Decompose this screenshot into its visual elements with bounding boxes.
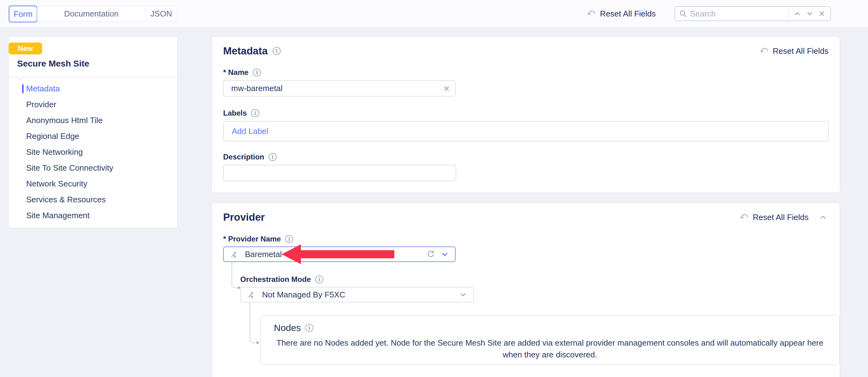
sidebar-item-provider[interactable]: Provider xyxy=(9,97,177,112)
tab-documentation[interactable]: Documentation xyxy=(37,6,145,22)
info-icon[interactable] xyxy=(269,153,277,161)
collapse-section-icon[interactable] xyxy=(818,212,829,222)
view-tabs: Form Documentation JSON xyxy=(9,6,177,22)
sidebar-item-site-management[interactable]: Site Management xyxy=(9,208,177,224)
sidebar-nav: Metadata Provider Anonymous Html Tile Re… xyxy=(9,81,177,224)
nodes-title-text: Nodes xyxy=(274,322,301,333)
info-icon[interactable] xyxy=(285,235,293,243)
orchestration-mode-select[interactable]: Not Managed By F5XC xyxy=(240,287,474,302)
tab-form[interactable]: Form xyxy=(9,6,37,22)
provider-name-select[interactable]: Baremetal xyxy=(223,246,456,262)
chevron-down-icon[interactable] xyxy=(441,250,449,258)
search-icon xyxy=(679,9,687,18)
sidebar-item-site-networking[interactable]: Site Networking xyxy=(9,144,177,160)
provider-title-text: Provider xyxy=(223,211,265,223)
metadata-section-title: Metadata xyxy=(223,45,281,57)
labels-field-label: Labels xyxy=(223,109,259,117)
top-toolbar: Form Documentation JSON Reset All Fields xyxy=(0,0,868,28)
info-icon[interactable] xyxy=(305,324,313,332)
metadata-reset-all-fields-button[interactable]: Reset All Fields xyxy=(760,46,829,56)
description-label-text: Description xyxy=(223,152,264,161)
sidebar-item-metadata[interactable]: Metadata xyxy=(9,81,177,97)
provider-name-label-text: * Provider Name xyxy=(223,235,281,243)
info-icon[interactable] xyxy=(253,68,261,76)
sidebar-item-regional-edge[interactable]: Regional Edge xyxy=(9,128,177,144)
nodes-empty-message: There are no Nodes added yet. Node for t… xyxy=(261,337,839,361)
form-sidebar: New Secure Mesh Site Metadata Provider A… xyxy=(9,37,177,228)
description-field-label: Description xyxy=(223,152,277,161)
sidebar-divider xyxy=(9,76,177,77)
provider-name-field-label: * Provider Name xyxy=(223,235,293,243)
new-badge: New xyxy=(9,42,42,55)
page-content: New Secure Mesh Site Metadata Provider A… xyxy=(0,28,868,377)
tab-json[interactable]: JSON xyxy=(145,6,177,22)
search-next-button[interactable] xyxy=(805,9,815,19)
branch-icon xyxy=(247,290,256,299)
reset-label: Reset All Fields xyxy=(753,213,809,222)
sidebar-title: Secure Mesh Site xyxy=(17,59,89,69)
sidebar-item-site-to-site-connectivity[interactable]: Site To Site Connectivity xyxy=(9,160,177,176)
info-icon[interactable] xyxy=(273,47,281,55)
reset-all-fields-button[interactable]: Reset All Fields xyxy=(587,9,656,19)
reset-all-fields-label: Reset All Fields xyxy=(600,9,656,19)
chevron-down-icon[interactable] xyxy=(459,290,467,299)
labels-label-text: Labels xyxy=(223,109,247,117)
add-label-button[interactable]: Add Label xyxy=(232,127,268,136)
nodes-box: Nodes There are no Nodes added yet. Node… xyxy=(260,315,840,365)
name-field-label: * Name xyxy=(223,68,261,77)
clear-name-icon[interactable] xyxy=(442,84,451,93)
orchestration-label-text: Orchestration Mode xyxy=(240,275,311,284)
sidebar-collapse-notch[interactable] xyxy=(17,73,24,80)
sidebar-item-network-security[interactable]: Network Security xyxy=(9,176,177,192)
search-box xyxy=(675,6,831,21)
name-input[interactable] xyxy=(223,80,456,97)
refresh-icon[interactable] xyxy=(426,249,436,259)
topbar-right: Reset All Fields xyxy=(587,6,831,21)
metadata-section: Metadata Reset All Fields * Name xyxy=(212,37,840,193)
undo-icon xyxy=(760,46,769,56)
search-divider xyxy=(788,10,788,18)
info-icon[interactable] xyxy=(315,275,323,283)
nodes-title: Nodes xyxy=(274,322,839,333)
search-prev-button[interactable] xyxy=(793,9,802,19)
provider-section-title: Provider xyxy=(223,211,265,223)
name-label-text: * Name xyxy=(223,68,248,77)
provider-name-value: Baremetal xyxy=(245,249,282,259)
undo-icon xyxy=(740,213,749,222)
undo-icon xyxy=(587,9,596,18)
tree-connector xyxy=(231,262,238,288)
labels-box: Add Label xyxy=(223,121,829,141)
provider-reset-all-fields-button[interactable]: Reset All Fields xyxy=(740,213,809,222)
tree-connector xyxy=(250,302,256,343)
sidebar-item-anonymous-html-tile[interactable]: Anonymous Html Tile xyxy=(9,112,177,128)
description-input[interactable] xyxy=(223,165,456,181)
sidebar-item-services-resources[interactable]: Services & Resources xyxy=(9,192,177,208)
orchestration-mode-value: Not Managed By F5XC xyxy=(262,290,345,300)
info-icon[interactable] xyxy=(251,109,259,117)
orchestration-mode-field-label: Orchestration Mode xyxy=(240,275,323,284)
provider-section: Provider Reset All Fields * xyxy=(212,203,840,377)
branch-icon xyxy=(230,249,239,259)
search-input[interactable] xyxy=(690,9,784,19)
search-close-button[interactable] xyxy=(817,9,827,18)
metadata-title-text: Metadata xyxy=(223,45,268,57)
reset-label: Reset All Fields xyxy=(773,46,829,56)
